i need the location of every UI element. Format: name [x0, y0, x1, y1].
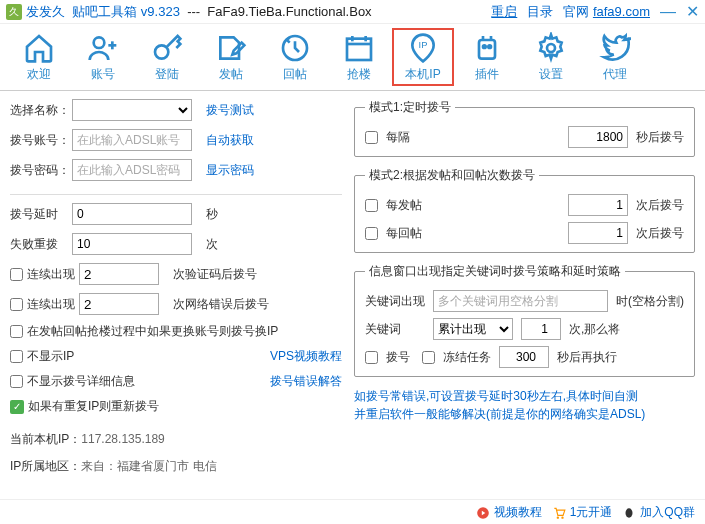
times-unit: 次	[206, 236, 218, 253]
mode1-fieldset: 模式1:定时拨号 每隔 秒后拨号	[354, 99, 695, 157]
freeze-input[interactable]	[499, 346, 549, 368]
svg-point-0	[94, 37, 105, 48]
hide-detail-label: 不显示拨号详细信息	[27, 373, 135, 390]
dial-err-link[interactable]: 拨号错误解答	[270, 373, 342, 390]
acct-input[interactable]	[72, 129, 192, 151]
mode1-after-label: 秒后拨号	[636, 129, 684, 146]
kw-appear-input[interactable]	[433, 290, 608, 312]
tab-ip[interactable]: IP 本机IP	[392, 28, 454, 86]
dial-checkbox[interactable]	[365, 351, 378, 364]
svg-text:IP: IP	[419, 40, 428, 50]
cont2-input[interactable]	[79, 293, 159, 315]
left-panel: 选择名称： 拨号测试 拨号账号： 自动获取 拨号密码： 显示密码 拨号延时 秒 …	[10, 99, 342, 499]
svg-point-16	[483, 45, 486, 48]
then-label: 次,那么将	[569, 321, 620, 338]
note-text: 如拨号常错误,可设置拨号延时30秒左右,具体时间自测 并重启软件一般能够解决(前…	[354, 387, 695, 423]
tab-account[interactable]: 账号	[72, 28, 134, 86]
pwd-input[interactable]	[72, 159, 192, 181]
tab-grab[interactable]: 抢楼	[328, 28, 390, 86]
freeze-label: 冻结任务	[443, 349, 491, 366]
qq-icon	[622, 506, 636, 520]
edit-icon	[215, 32, 247, 64]
mode2-reply-checkbox[interactable]	[365, 227, 378, 240]
reply-icon	[279, 32, 311, 64]
tab-proxy[interactable]: 代理	[584, 28, 646, 86]
buy-button[interactable]: 1元开通	[552, 504, 613, 521]
svg-rect-5	[347, 38, 371, 59]
delay-label: 拨号延时	[10, 206, 72, 223]
title-text: 发发久 贴吧工具箱 v9.323 --- FaFa9.TieBa.Functio…	[26, 3, 372, 21]
cont1-checkbox[interactable]	[10, 268, 23, 281]
video-tut-button[interactable]: 视频教程	[476, 504, 542, 521]
mode2-post-input[interactable]	[568, 194, 628, 216]
mode2-fieldset: 模式2:根据发帖和回帖次数拨号 每发帖 次后拨号 每回帖 次后拨号	[354, 167, 695, 253]
mode2-reply-after: 次后拨号	[636, 225, 684, 242]
cont2-checkbox[interactable]	[10, 298, 23, 311]
user-icon	[87, 32, 119, 64]
kw-count-input[interactable]	[521, 318, 561, 340]
svg-point-20	[557, 517, 558, 518]
acct-label: 拨号账号：	[10, 132, 72, 149]
kw-mode-select[interactable]: 累计出现	[433, 318, 513, 340]
site-link[interactable]: 官网 fafa9.com	[563, 3, 650, 21]
time-split-label: 时(空格分割)	[616, 293, 684, 310]
checked-icon[interactable]: ✓	[10, 400, 24, 414]
bird-icon	[599, 32, 631, 64]
hide-ip-label: 不显示IP	[27, 348, 74, 365]
mode1-interval-input[interactable]	[568, 126, 628, 148]
name-select[interactable]	[72, 99, 192, 121]
cont1-suffix: 次验证码后拨号	[173, 266, 257, 283]
ip-icon: IP	[407, 32, 439, 64]
cur-ip-row: 当前本机IP：117.28.135.189	[10, 431, 342, 448]
tab-post[interactable]: 发帖	[200, 28, 262, 86]
dial-label: 拨号	[386, 349, 410, 366]
qq-button[interactable]: 加入QQ群	[622, 504, 695, 521]
loc-row: IP所属地区：来自：福建省厦门市 电信	[10, 458, 342, 475]
tab-login[interactable]: 登陆	[136, 28, 198, 86]
app-logo-icon: 久	[6, 4, 22, 20]
footer: 视频教程 1元开通 加入QQ群	[0, 499, 705, 524]
close-icon[interactable]: ✕	[686, 2, 699, 21]
svg-point-21	[562, 517, 563, 518]
info-fieldset: 信息窗口出现指定关键词时拨号策略和延时策略 关键词出现 时(空格分割) 关键词 …	[354, 263, 695, 377]
key-icon	[151, 32, 183, 64]
tab-welcome[interactable]: 欢迎	[8, 28, 70, 86]
cont1-label: 连续出现	[27, 266, 79, 283]
svg-point-22	[626, 508, 633, 517]
tab-reply[interactable]: 回帖	[264, 28, 326, 86]
plugin-icon	[471, 32, 503, 64]
swap-ip-checkbox[interactable]	[10, 325, 23, 338]
play-icon	[476, 506, 490, 520]
delay-input[interactable]	[72, 203, 192, 225]
svg-rect-13	[479, 40, 495, 59]
svg-point-3	[155, 45, 168, 58]
kw-label: 关键词	[365, 321, 425, 338]
toolbar: 欢迎 账号 登陆 发帖 回帖 抢楼 IP 本机IP 插件 设置 代理	[0, 24, 705, 91]
minimize-icon[interactable]: —	[660, 3, 676, 21]
cont2-suffix: 次网络错误后拨号	[173, 296, 269, 313]
freeze-checkbox[interactable]	[422, 351, 435, 364]
vps-tut-link[interactable]: VPS视频教程	[270, 348, 342, 365]
name-label: 选择名称：	[10, 102, 72, 119]
dial-test-link[interactable]: 拨号测试	[206, 102, 254, 119]
fail-input[interactable]	[72, 233, 192, 255]
dup-redial-label: 如果有重复IP则重新拨号	[28, 398, 159, 415]
cont1-input[interactable]	[79, 263, 159, 285]
mode2-post-checkbox[interactable]	[365, 199, 378, 212]
hide-ip-checkbox[interactable]	[10, 350, 23, 363]
mode2-reply-input[interactable]	[568, 222, 628, 244]
tab-plugin[interactable]: 插件	[456, 28, 518, 86]
hide-detail-checkbox[interactable]	[10, 375, 23, 388]
show-pwd-link[interactable]: 显示密码	[206, 162, 254, 179]
mode1-legend: 模式1:定时拨号	[365, 99, 455, 116]
mode1-interval-checkbox[interactable]	[365, 131, 378, 144]
tab-setting[interactable]: 设置	[520, 28, 582, 86]
catalog-link[interactable]: 目录	[527, 3, 553, 21]
gear-icon	[535, 32, 567, 64]
calendar-icon	[343, 32, 375, 64]
auto-get-link[interactable]: 自动获取	[206, 132, 254, 149]
restart-link[interactable]: 重启	[491, 3, 517, 21]
swap-ip-label: 在发帖回帖抢楼过程中如果更换账号则拨号换IP	[27, 323, 278, 340]
mode2-reply-label: 每回帖	[386, 225, 422, 242]
svg-point-18	[547, 44, 555, 52]
